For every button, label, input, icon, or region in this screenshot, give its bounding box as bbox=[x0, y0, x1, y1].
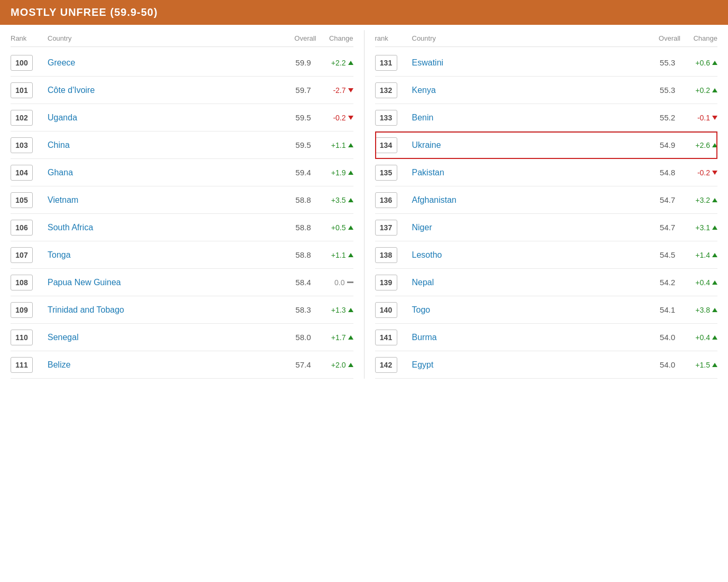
table-row[interactable]: 108 Papua New Guinea 58.4 0.0 bbox=[11, 269, 353, 296]
country-name[interactable]: Togo bbox=[412, 305, 639, 315]
rank-badge: 103 bbox=[11, 137, 33, 153]
country-name[interactable]: Ghana bbox=[48, 168, 274, 177]
up-arrow-icon bbox=[712, 226, 717, 230]
change-value: -0.2 bbox=[697, 168, 710, 177]
change-cell: -0.1 bbox=[675, 114, 717, 122]
table-row[interactable]: 110 Senegal 58.0 +1.7 bbox=[11, 324, 353, 351]
rank-badge: 137 bbox=[375, 220, 397, 236]
rank-cell: 141 bbox=[375, 330, 412, 345]
table-row[interactable]: 141 Burma 54.0 +0.4 bbox=[375, 324, 718, 351]
overall-score: 59.4 bbox=[274, 168, 311, 177]
table-row[interactable]: 134 Ukraine 54.9 +2.6 bbox=[375, 132, 718, 159]
left-column: Rank Country Overall Change 100 Greece 5… bbox=[0, 25, 364, 384]
table-row[interactable]: 133 Benin 55.2 -0.1 bbox=[375, 104, 718, 132]
country-name[interactable]: Benin bbox=[412, 113, 639, 123]
table-row[interactable]: 140 Togo 54.1 +3.8 bbox=[375, 296, 718, 324]
change-value: +0.4 bbox=[695, 278, 710, 287]
rank-badge: 132 bbox=[375, 82, 397, 98]
change-cell: +1.3 bbox=[311, 306, 353, 314]
rank-cell: 100 bbox=[11, 55, 48, 71]
table-row[interactable]: 135 Pakistan 54.8 -0.2 bbox=[375, 159, 718, 186]
country-name[interactable]: Kenya bbox=[412, 86, 639, 95]
down-arrow-icon bbox=[712, 116, 717, 120]
country-name[interactable]: Uganda bbox=[48, 113, 274, 123]
rank-cell: 103 bbox=[11, 137, 48, 153]
rank-badge: 106 bbox=[11, 220, 33, 236]
change-value: +1.9 bbox=[331, 168, 346, 177]
rank-badge: 135 bbox=[375, 165, 397, 181]
table-row[interactable]: 138 Lesotho 54.5 +1.4 bbox=[375, 241, 718, 269]
country-name[interactable]: Côte d'Ivoire bbox=[48, 86, 274, 95]
change-cell: +0.6 bbox=[675, 59, 717, 67]
change-cell: +3.2 bbox=[675, 196, 717, 204]
up-arrow-icon bbox=[348, 61, 353, 65]
country-name[interactable]: Eswatini bbox=[412, 58, 639, 68]
down-arrow-icon bbox=[348, 116, 353, 120]
country-name[interactable]: Afghanistan bbox=[412, 195, 639, 205]
rank-cell: 137 bbox=[375, 220, 412, 236]
table-row[interactable]: 104 Ghana 59.4 +1.9 bbox=[11, 159, 353, 186]
table-row[interactable]: 107 Tonga 58.8 +1.1 bbox=[11, 241, 353, 269]
country-name[interactable]: Lesotho bbox=[412, 250, 639, 260]
up-arrow-icon bbox=[712, 335, 717, 340]
table-row[interactable]: 131 Eswatini 55.3 +0.6 bbox=[375, 49, 718, 77]
rank-badge: 139 bbox=[375, 275, 397, 290]
up-arrow-icon bbox=[348, 253, 353, 257]
table-row[interactable]: 103 China 59.5 +1.1 bbox=[11, 132, 353, 159]
country-name[interactable]: Greece bbox=[48, 58, 274, 68]
up-arrow-icon bbox=[712, 308, 717, 312]
table-row[interactable]: 106 South Africa 58.8 +0.5 bbox=[11, 214, 353, 241]
change-cell: +3.5 bbox=[311, 196, 353, 204]
table-row[interactable]: 100 Greece 59.9 +2.2 bbox=[11, 49, 353, 77]
change-value: +3.5 bbox=[331, 196, 346, 204]
country-name[interactable]: China bbox=[48, 140, 274, 150]
country-name[interactable]: Trinidad and Tobago bbox=[48, 305, 274, 315]
change-value: +2.6 bbox=[695, 141, 710, 149]
overall-score: 58.8 bbox=[274, 195, 311, 204]
change-value: +1.4 bbox=[695, 251, 710, 259]
overall-score: 58.4 bbox=[274, 278, 311, 287]
right-header-overall: Overall bbox=[643, 34, 680, 42]
country-name[interactable]: Papua New Guinea bbox=[48, 278, 274, 287]
table-row[interactable]: 142 Egypt 54.0 +1.5 bbox=[375, 351, 718, 379]
table-row[interactable]: 137 Niger 54.7 +3.1 bbox=[375, 214, 718, 241]
change-value: -2.7 bbox=[333, 86, 346, 95]
country-name[interactable]: Tonga bbox=[48, 250, 274, 260]
table-row[interactable]: 111 Belize 57.4 +2.0 bbox=[11, 351, 353, 379]
country-name[interactable]: Niger bbox=[412, 223, 639, 232]
country-name[interactable]: Ukraine bbox=[412, 140, 639, 150]
right-header-change: Change bbox=[680, 34, 717, 42]
change-value: +0.4 bbox=[695, 333, 710, 342]
country-name[interactable]: Burma bbox=[412, 333, 639, 342]
table-row[interactable]: 101 Côte d'Ivoire 59.7 -2.7 bbox=[11, 77, 353, 104]
country-name[interactable]: Senegal bbox=[48, 333, 274, 342]
up-arrow-icon bbox=[712, 363, 717, 367]
table-row[interactable]: 109 Trinidad and Tobago 58.3 +1.3 bbox=[11, 296, 353, 324]
country-name[interactable]: Egypt bbox=[412, 360, 639, 370]
table-row[interactable]: 132 Kenya 55.3 +0.2 bbox=[375, 77, 718, 104]
content: Rank Country Overall Change 100 Greece 5… bbox=[0, 25, 728, 384]
country-name[interactable]: Belize bbox=[48, 360, 274, 370]
overall-score: 55.3 bbox=[638, 58, 675, 67]
country-name[interactable]: South Africa bbox=[48, 223, 274, 232]
change-value: +2.2 bbox=[331, 59, 346, 67]
country-name[interactable]: Vietnam bbox=[48, 195, 274, 205]
up-arrow-icon bbox=[712, 198, 717, 202]
change-cell: +3.1 bbox=[675, 223, 717, 232]
table-row[interactable]: 105 Vietnam 58.8 +3.5 bbox=[11, 186, 353, 214]
rank-cell: 102 bbox=[11, 110, 48, 126]
country-name[interactable]: Nepal bbox=[412, 278, 639, 287]
rank-badge: 131 bbox=[375, 55, 397, 71]
table-row[interactable]: 139 Nepal 54.2 +0.4 bbox=[375, 269, 718, 296]
right-col-header: rank Country Overall Change bbox=[375, 30, 718, 47]
rank-badge: 111 bbox=[11, 357, 33, 373]
country-name[interactable]: Pakistan bbox=[412, 168, 639, 177]
table-row[interactable]: 136 Afghanistan 54.7 +3.2 bbox=[375, 186, 718, 214]
right-header-country: Country bbox=[412, 34, 644, 42]
up-arrow-icon bbox=[712, 143, 717, 147]
rank-cell: 135 bbox=[375, 165, 412, 181]
change-cell: -0.2 bbox=[675, 168, 717, 177]
table-row[interactable]: 102 Uganda 59.5 -0.2 bbox=[11, 104, 353, 132]
change-cell: +1.9 bbox=[311, 168, 353, 177]
change-cell: +1.7 bbox=[311, 333, 353, 342]
